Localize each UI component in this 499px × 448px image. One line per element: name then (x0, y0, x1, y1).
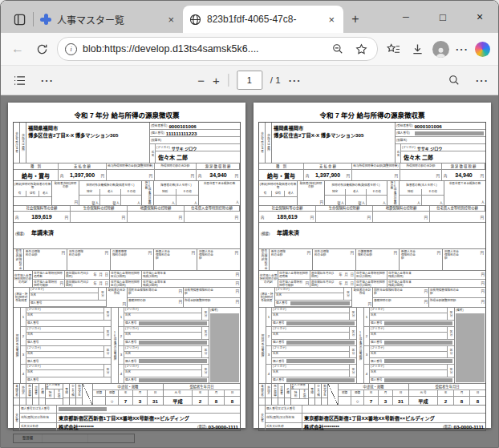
old-longterm-label: 旧長期損害保険料の金額 (185, 289, 215, 297)
row-num: 4 (21, 365, 26, 383)
page-number-input[interactable] (237, 71, 262, 90)
under16-row-2: 2(フリガナ)氏名区分個人番号 (119, 327, 209, 346)
housing-breakdown-block: 住宅借入金等特別控除の額の内訳 住宅借入金等特別控除適用数 居住開始年月日(1回… (259, 271, 485, 288)
status-block: 未成年者 外国人 死亡退職 災害者 乙欄 本人が障害者 特別 その他 寡婦 ひ (259, 384, 485, 406)
row-num: 1 (21, 308, 26, 326)
pdf-toolbar: ··· − + / 1 ··· ··· (1, 66, 498, 95)
uchi-marker: 内 (261, 215, 264, 220)
favorite-star-icon[interactable] (352, 40, 370, 58)
housing-possible-label: 住宅借入金等特別控除可能額 (34, 281, 58, 287)
day-marker: 日 (148, 390, 163, 396)
dep-mynum-mask (286, 321, 355, 325)
document-page[interactable]: 令和 7 年分 給与所得の源泉徴収票 支払を受ける者 住所又は居所 福岡県福岡市… (8, 103, 245, 428)
row-num: 2 (266, 327, 272, 345)
bikou-label: (備考) (209, 308, 240, 313)
tab-close-icon[interactable]: × (165, 14, 176, 26)
row-num: 3 (364, 346, 370, 365)
tab-actions-button[interactable] (6, 6, 33, 33)
new-tab-button[interactable]: + (343, 6, 367, 33)
disaster-label: 災害者 (278, 384, 284, 398)
old-life-label: 旧生命保険料の金額 (314, 250, 331, 269)
recipient-no-value: 9000101006 (168, 123, 196, 129)
payer-vertical-label: 支払者 (14, 406, 20, 430)
birthdate-group: 受給者生年月日 元 号 年 月 日 平成 2 8 8 (409, 384, 485, 405)
kojin-bango-label: 個人番号 (272, 378, 285, 381)
social-insurance-label: 社会保険料等の金額 (14, 206, 71, 211)
housing-balance1-label: 住宅借入金等年末残高(1回目) (388, 272, 412, 278)
page-total: / 1 (270, 75, 281, 85)
uchi-marker: 内 (60, 173, 63, 178)
kubun-label: 区分 (104, 327, 111, 339)
life-breakdown-block: 生命保険料の金額の内訳 新生命保険料の金額円 旧生命保険料の金額円 介護医療保険… (259, 249, 485, 271)
address-bar[interactable]: i blob:https://develop.d13ts4samsk5k6...… (57, 37, 378, 61)
tab-hr-master[interactable]: 人事マスター覧 × (34, 6, 183, 33)
death-retire-label: 死亡退職 (26, 384, 32, 398)
day-marker: 日 (105, 272, 108, 278)
payer-name-value: 株式会社******** (57, 423, 94, 430)
bikou-mask (210, 313, 239, 382)
pdf-left-more-icon[interactable]: ··· (41, 75, 54, 87)
refresh-button[interactable] (33, 40, 51, 58)
zoom-out-icon[interactable] (329, 40, 347, 58)
rojin-label: 老人 (285, 191, 297, 196)
yen-marker: 円 (236, 281, 239, 287)
under16-count-label: 16歳未満扶養親族の数 (142, 181, 154, 205)
shimei-label: 氏名 (275, 293, 343, 300)
spouse-deduction-label: 配偶者(特別)控除の額 (52, 181, 79, 189)
aru-label: 有 (14, 191, 26, 196)
housing-kubun2-label: 住宅借入金等特別控除区分(2回目) (110, 280, 142, 287)
sonota-label: その他 (300, 389, 308, 398)
back-button[interactable]: ← (9, 40, 26, 58)
close-window-button[interactable]: × (461, 1, 498, 33)
yen-marker: 円 (395, 173, 398, 178)
site-info-icon[interactable]: i (65, 43, 77, 55)
copilot-icon[interactable] (475, 42, 490, 57)
insurance-block: 社会保険料等の金額 生命保険料の控除額 地震保険料の控除額 住宅借入金等特別控除… (259, 206, 485, 223)
search-icon[interactable] (445, 71, 463, 89)
zoom-out-button[interactable]: − (197, 74, 205, 87)
dependent-row-2: 2(フリガナ)氏名区分個人番号 (266, 327, 356, 346)
bikou-cell: (備考) (455, 308, 485, 383)
toc-icon[interactable] (10, 71, 28, 89)
tab-pdf[interactable]: 823b1fdf-4065-47c8- × (183, 6, 343, 33)
dependent-row-4: 4(フリガナ)氏名区分個人番号 (21, 365, 111, 383)
yen-marker: 円 (306, 281, 309, 287)
withholding-tax-value: 34,940 (209, 172, 226, 178)
globe-icon (189, 14, 201, 26)
downloads-icon[interactable] (408, 40, 426, 58)
yen-marker: 円 (368, 301, 371, 306)
pdf-center-more-icon[interactable]: ··· (289, 75, 302, 87)
col-withholding-label: 源 泉 徴 収 税 額 (197, 163, 239, 169)
form-title: 令和 7 年分 給与所得の源泉徴収票 (258, 110, 486, 119)
furigana-label: (フリガナ) (272, 327, 349, 333)
recipient-address1: 福岡県福岡市 (274, 124, 393, 131)
yen-marker: 円 (310, 215, 314, 220)
new-life-label: 新生命保険料の金額 (26, 250, 42, 269)
housing-possible-label: 住宅借入金等特別控除可能額 (279, 281, 303, 287)
new-pension-label: 新個人年金保険料の金額 (401, 250, 417, 269)
document-page[interactable]: 令和 7 年分 給与所得の源泉徴収票 支払を受ける者 住所又は居所 福岡県福岡市… (254, 103, 491, 428)
col-after-deduction-label: 給与所得控除後の金額(調整控除後) (352, 163, 400, 169)
yen-marker: 円 (235, 215, 238, 220)
housing-count-label: 住宅借入金等特別控除適用数 (278, 271, 310, 279)
window-controls: ─ □ × (387, 1, 498, 33)
kojin-bango-label: 個人番号 (370, 378, 383, 381)
maximize-button[interactable]: □ (424, 1, 461, 33)
residence-start2-label: 居住開始年月日(2回目) (311, 281, 336, 287)
recipient-vertical-label: 支払を受ける者 (259, 123, 266, 163)
payer-mynum-mask (59, 407, 107, 411)
favorites-hub-icon[interactable] (384, 40, 402, 58)
browser-settings-icon[interactable]: ··· (456, 43, 469, 55)
minimize-button[interactable]: ─ (387, 1, 424, 33)
shimei-label: 氏名 (30, 293, 98, 300)
pdf-right-more-icon[interactable]: ··· (476, 75, 489, 87)
row-num: 2 (119, 327, 124, 345)
tab-close-icon[interactable]: × (326, 14, 337, 26)
col-payment-label: 支 払 金 額 (304, 163, 352, 169)
under16-count-label: 16歳未満扶養親族の数 (387, 181, 400, 205)
profile-avatar[interactable] (432, 41, 449, 58)
kubun-label: 区分 (350, 327, 356, 339)
spouse-section-label: (源泉・特別)控除対象配偶者 (14, 288, 30, 307)
zoom-in-button[interactable]: + (213, 74, 220, 87)
row-num: 3 (21, 346, 26, 365)
